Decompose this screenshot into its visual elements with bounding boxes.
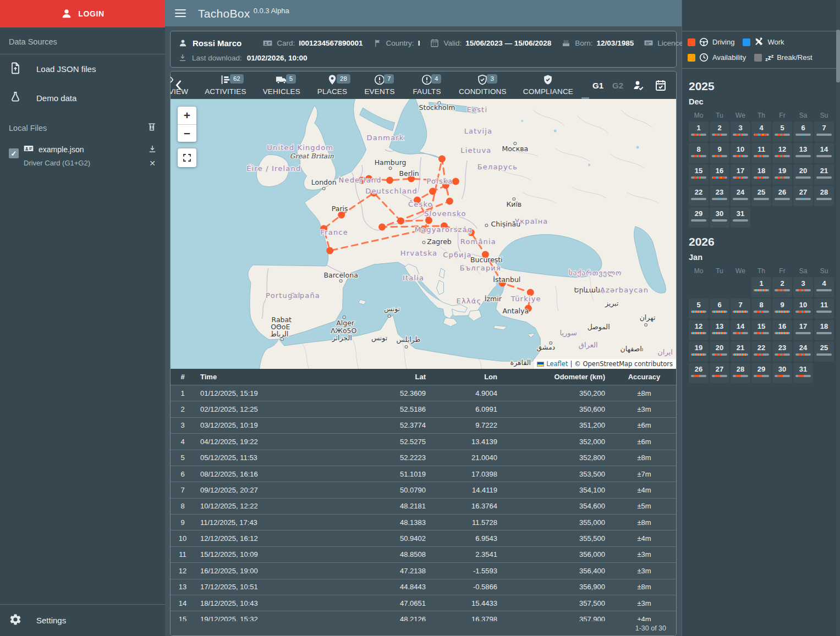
calendar-day-jan-23[interactable]: 23 xyxy=(772,341,792,362)
calendar-day-jan-6[interactable]: 6 xyxy=(710,298,729,319)
position-marker[interactable] xyxy=(438,156,446,163)
calendar-check-icon[interactable] xyxy=(654,79,667,92)
calendar-day-dec-3[interactable]: 3 xyxy=(731,121,750,142)
calendar-day-dec-31[interactable]: 31 xyxy=(731,207,750,228)
tab-vehicles[interactable]: 5VEHICLES xyxy=(255,71,309,99)
settings-button[interactable]: Settings xyxy=(0,605,165,636)
file-checkbox[interactable]: ✓ xyxy=(9,148,19,158)
table-row[interactable]: 404/12/2025, 19:2252.527513.4139352,000±… xyxy=(171,434,676,450)
table-row[interactable]: 1012/12/2025, 16:1250.94026.9543355,500±… xyxy=(171,530,676,546)
tab-conditions[interactable]: 3CONDITIONS xyxy=(451,71,515,99)
calendar-day-dec-1[interactable]: 1 xyxy=(689,121,709,142)
tab-places[interactable]: 28PLACES xyxy=(309,71,356,99)
calendar-day-jan-2[interactable]: 2 xyxy=(772,277,792,297)
calendar-day-dec-5[interactable]: 5 xyxy=(772,121,792,142)
remove-file-icon[interactable]: ✕ xyxy=(149,159,156,167)
leaflet-link[interactable]: Leaflet xyxy=(546,360,568,368)
calendar-day-dec-16[interactable]: 16 xyxy=(710,164,729,185)
driver-check-icon[interactable] xyxy=(632,79,645,92)
calendar-day-jan-1[interactable]: 1 xyxy=(751,277,771,297)
calendar-day-jan-17[interactable]: 17 xyxy=(793,320,813,340)
position-marker[interactable] xyxy=(326,247,333,255)
table-row[interactable]: 505/12/2025, 11:5352.222321.0040352,800±… xyxy=(171,450,676,466)
table-row[interactable]: 1115/12/2025, 10:0948.85082.3541356,000±… xyxy=(171,546,676,562)
calendar-day-jan-18[interactable]: 18 xyxy=(814,320,834,340)
calendar-day-dec-4[interactable]: 4 xyxy=(751,121,771,142)
calendar-day-dec-24[interactable]: 24 xyxy=(731,186,750,206)
calendar-day-dec-21[interactable]: 21 xyxy=(814,164,834,185)
calendar-day-jan-9[interactable]: 9 xyxy=(772,298,792,319)
calendar-day-jan-19[interactable]: 19 xyxy=(689,341,709,362)
calendar-day-dec-2[interactable]: 2 xyxy=(710,121,729,142)
table-row[interactable]: 202/12/2025, 12:2552.51866.0991350,600±3… xyxy=(171,401,676,417)
position-marker[interactable] xyxy=(386,177,393,184)
position-marker[interactable] xyxy=(378,224,386,231)
table-row[interactable]: 709/12/2025, 20:2750.079014.4119354,100±… xyxy=(171,482,676,498)
calendar-day-dec-18[interactable]: 18 xyxy=(751,164,771,185)
table-row[interactable]: 1317/12/2025, 10:5144.8443-0.5866356,900… xyxy=(171,579,676,595)
calendar-day-dec-23[interactable]: 23 xyxy=(710,186,729,206)
calendar-day-dec-29[interactable]: 29 xyxy=(689,207,709,228)
table-row[interactable]: 911/12/2025, 17:4348.138311.5728355,000±… xyxy=(171,515,676,530)
calendar-day-dec-7[interactable]: 7 xyxy=(814,121,834,142)
calendar-day-jan-5[interactable]: 5 xyxy=(689,298,709,319)
table-row[interactable]: 1418/12/2025, 10:4347.065115.4433357,500… xyxy=(171,595,676,611)
calendar-day-dec-30[interactable]: 30 xyxy=(710,207,729,228)
position-marker[interactable] xyxy=(452,178,459,185)
calendar-day-dec-13[interactable]: 13 xyxy=(793,143,813,163)
demo-data-button[interactable]: Demo data xyxy=(0,84,165,113)
calendar-day-jan-4[interactable]: 4 xyxy=(814,277,834,297)
calendar-day-dec-22[interactable]: 22 xyxy=(689,186,709,206)
calendar-day-dec-27[interactable]: 27 xyxy=(793,186,813,206)
calendar-day-dec-11[interactable]: 11 xyxy=(751,143,771,163)
calendar-day-jan-28[interactable]: 28 xyxy=(731,363,750,383)
calendar-day-dec-20[interactable]: 20 xyxy=(793,164,813,185)
fullscreen-button[interactable] xyxy=(178,148,196,167)
calendar-day-dec-28[interactable]: 28 xyxy=(814,186,834,206)
file-item-example-json[interactable]: ✓ example.json Driver Card (G1+G2) ✕ xyxy=(0,140,165,170)
table-row[interactable]: 303/12/2025, 10:1952.37749.7222351,200±6… xyxy=(171,417,676,433)
calendar-day-dec-9[interactable]: 9 xyxy=(710,143,729,163)
calendar-day-jan-3[interactable]: 3 xyxy=(793,277,813,297)
calendar-day-dec-26[interactable]: 26 xyxy=(772,186,792,206)
calendar-day-jan-24[interactable]: 24 xyxy=(793,341,813,362)
login-button[interactable]: LOGIN xyxy=(0,0,165,27)
calendar-day-dec-15[interactable]: 15 xyxy=(689,164,709,185)
zoom-out-button[interactable]: − xyxy=(178,124,196,142)
delete-all-icon[interactable] xyxy=(146,121,157,134)
tab-map[interactable]: 30MAP xyxy=(581,71,589,99)
map-canvas[interactable]: StockholmEestiLatvijaLietuvaМоскваБелару… xyxy=(171,99,676,369)
calendar-day-jan-20[interactable]: 20 xyxy=(710,341,729,362)
zoom-in-button[interactable]: + xyxy=(178,107,196,124)
calendar-day-jan-15[interactable]: 15 xyxy=(751,320,771,340)
calendar-day-jan-11[interactable]: 11 xyxy=(814,298,834,319)
calendar-day-dec-8[interactable]: 8 xyxy=(689,143,709,163)
calendar-day-dec-17[interactable]: 17 xyxy=(731,164,750,185)
scrollbar[interactable] xyxy=(836,0,840,636)
calendar-day-jan-27[interactable]: 27 xyxy=(710,363,729,383)
calendar-day-jan-25[interactable]: 25 xyxy=(814,341,834,362)
generation-g2-toggle[interactable]: G2 xyxy=(612,81,623,90)
tab-events[interactable]: 7EVENTS xyxy=(356,71,403,99)
calendar-day-jan-21[interactable]: 21 xyxy=(731,341,750,362)
generation-g1-toggle[interactable]: G1 xyxy=(592,81,603,90)
calendar-day-jan-8[interactable]: 8 xyxy=(751,298,771,319)
calendar-day-dec-6[interactable]: 6 xyxy=(793,121,813,142)
calendar-day-dec-14[interactable]: 14 xyxy=(814,143,834,163)
position-marker[interactable] xyxy=(425,217,432,224)
table-row[interactable]: 608/12/2025, 16:1651.101917.0398353,500±… xyxy=(171,466,676,482)
load-json-button[interactable]: Load JSON files xyxy=(0,54,165,84)
calendar-day-jan-29[interactable]: 29 xyxy=(751,363,771,383)
calendar-day-jan-26[interactable]: 26 xyxy=(689,363,709,383)
position-marker[interactable] xyxy=(397,218,404,225)
calendar-day-jan-10[interactable]: 10 xyxy=(793,298,813,319)
scrollbar-thumb[interactable] xyxy=(836,30,840,82)
calendar-day-jan-13[interactable]: 13 xyxy=(710,320,729,340)
table-row[interactable]: 810/12/2025, 12:2248.218116.3764354,600±… xyxy=(171,498,676,514)
calendar-day-jan-7[interactable]: 7 xyxy=(731,298,750,319)
calendar-day-jan-14[interactable]: 14 xyxy=(731,320,750,340)
table-row[interactable]: 1519/12/2025, 15:3248.212616.3798357,900… xyxy=(171,611,676,621)
calendar-day-jan-12[interactable]: 12 xyxy=(689,320,709,340)
tab-faults[interactable]: 4FAULTS xyxy=(403,71,451,99)
calendar-day-jan-30[interactable]: 30 xyxy=(772,363,792,383)
